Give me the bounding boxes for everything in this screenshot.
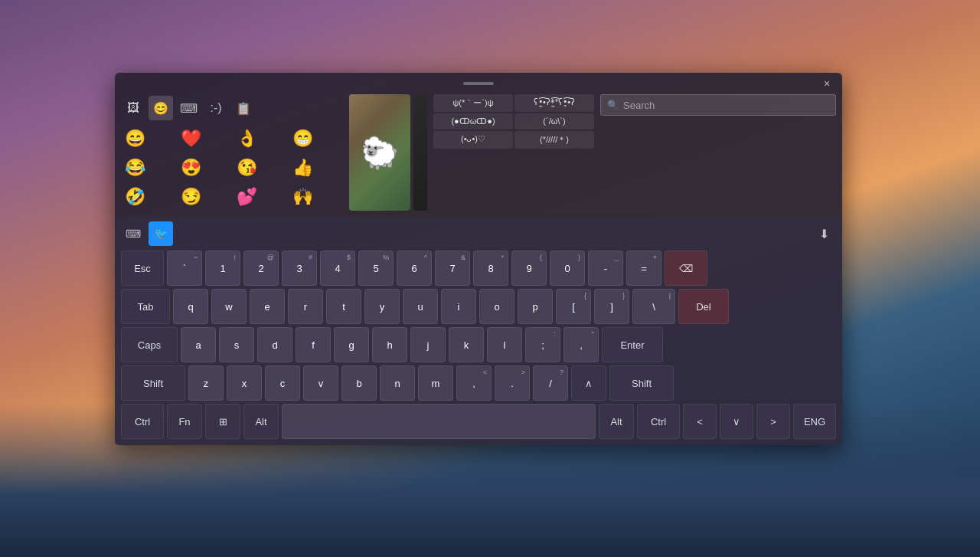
gif-shaun[interactable] [349,94,410,211]
tab-smiley[interactable]: 😊 [149,96,173,120]
key-bracket-open[interactable]: {[ [556,289,591,324]
key-s[interactable]: s [219,327,254,362]
key-comma[interactable]: <, [456,365,492,401]
gif-cat[interactable] [413,94,427,211]
emoji-cell[interactable]: 👍 [289,154,316,182]
key-ctrl-right[interactable]: Ctrl [637,404,680,439]
key-arrow-right[interactable]: > [756,404,790,439]
tab-clipboard[interactable]: 📋 [231,96,256,120]
key-q[interactable]: q [173,289,208,324]
tab-symbols[interactable]: ⌨ [176,96,201,120]
key-backslash[interactable]: |\ [632,289,675,324]
key-1[interactable]: !1 [205,251,240,286]
key-k[interactable]: k [449,327,484,362]
key-t[interactable]: t [326,289,361,324]
emoji-cell[interactable]: 🙌 [289,183,316,211]
emoji-cell[interactable]: 🤣 [121,183,149,211]
tab-recently-used[interactable]: 🖼 [121,96,145,120]
key-d[interactable]: d [257,327,292,362]
key-r[interactable]: r [288,289,323,324]
key-caps[interactable]: Caps [121,327,178,362]
key-y[interactable]: y [364,289,400,324]
key-a[interactable]: a [181,327,216,362]
key-backtick[interactable]: ~` [167,251,202,286]
kaomoji-item[interactable]: (●ↀωↀ●) [433,113,513,129]
key-i[interactable]: i [441,289,476,324]
search-input[interactable] [623,100,829,111]
key-p[interactable]: p [518,289,553,324]
key-backspace[interactable]: ⌫ [665,251,707,286]
kaomoji-item[interactable]: (•ᴗ•)♡ [433,131,513,149]
emoji-cell[interactable]: 😘 [233,154,260,182]
key-f[interactable]: f [296,327,331,362]
key-quote[interactable]: ", [564,327,599,362]
emoji-cell[interactable]: 😁 [289,125,316,152]
key-e[interactable]: e [250,289,285,324]
key-v[interactable]: v [303,365,338,401]
key-space[interactable] [282,404,596,439]
kaomoji-item[interactable]: ʕ•̫͡•ʔ*̫͡*ʕ•͓͡•ʔ [514,94,594,112]
key-n[interactable]: n [380,365,415,401]
key-z[interactable]: z [188,365,224,401]
key-fn[interactable]: Fn [167,404,202,439]
key-x[interactable]: x [227,365,262,401]
emoji-cell[interactable]: ❤️ [177,125,204,152]
key-o[interactable]: o [479,289,514,324]
key-5[interactable]: %5 [358,251,394,286]
kaomoji-item[interactable]: (*/////＊) [514,131,594,149]
keyboard-section: ⌨ 🐦 ⬇ Esc ~` !1 @2 #3 $4 %5 ^6 &7 *8 (9 … [115,217,842,445]
key-shift-right[interactable]: Shift [609,365,674,401]
tab-kaomoji[interactable]: :-) [204,96,228,120]
kaomoji-item[interactable]: (´/ω\`) [514,113,594,129]
key-j[interactable]: j [410,327,446,362]
key-w[interactable]: w [211,289,247,324]
key-arrow-down[interactable]: ∨ [720,404,753,439]
emoji-cell[interactable]: 😄 [121,125,149,152]
close-button[interactable]: × [819,76,835,91]
key-eng[interactable]: ENG [793,404,836,439]
key-esc[interactable]: Esc [121,251,164,286]
key-win[interactable]: ⊞ [205,404,240,439]
key-del[interactable]: Del [678,289,729,324]
emoji-cell[interactable]: 😍 [177,154,204,182]
key-c[interactable]: c [265,365,300,401]
emoji-cell[interactable]: 💕 [233,183,260,211]
key-enter[interactable]: Enter [602,327,663,362]
key-0[interactable]: )0 [550,251,585,286]
key-semicolon[interactable]: :; [525,327,560,362]
key-equals[interactable]: += [626,251,662,286]
key-minus[interactable]: _- [588,251,623,286]
download-button[interactable]: ⬇ [812,221,836,246]
key-b[interactable]: b [341,365,377,401]
key-g[interactable]: g [334,327,369,362]
key-ctrl-left[interactable]: Ctrl [121,404,164,439]
key-8[interactable]: *8 [473,251,508,286]
key-arrow-left[interactable]: < [683,404,717,439]
key-h[interactable]: h [372,327,407,362]
key-shift-left[interactable]: Shift [121,365,185,401]
key-3[interactable]: #3 [282,251,317,286]
emoji-tab-bar: 🖼 😊 ⌨ :-) 📋 [121,94,343,122]
emoji-panel: 🖼 😊 ⌨ :-) 📋 😄 ❤️ 👌 😁 😂 😍 😘 👍 🤣 😏 💕 🙌 [121,94,343,211]
key-slash[interactable]: ?/ [533,365,568,401]
emoji-cell[interactable]: 😂 [121,154,149,182]
key-m[interactable]: m [418,365,453,401]
key-6[interactable]: ^6 [397,251,432,286]
key-tab[interactable]: Tab [121,289,170,324]
key-4[interactable]: $4 [320,251,355,286]
emoji-cell[interactable]: 👌 [233,125,260,152]
key-7[interactable]: &7 [435,251,470,286]
key-l[interactable]: l [487,327,522,362]
keyboard-layout-button[interactable]: ⌨ [121,221,145,246]
key-period[interactable]: >. [495,365,530,401]
key-bracket-close[interactable]: }] [594,289,629,324]
key-alt-right[interactable]: Alt [599,404,634,439]
key-9[interactable]: (9 [511,251,547,286]
key-alt-left[interactable]: Alt [243,404,279,439]
key-2[interactable]: @2 [243,251,279,286]
key-caret[interactable]: ∧ [571,365,606,401]
key-u[interactable]: u [403,289,438,324]
emoji-cell[interactable]: 😏 [177,183,204,211]
kaomoji-item[interactable]: ψ(*｀ー´)ψ [433,94,513,112]
twitter-keyboard-button[interactable]: 🐦 [149,221,173,246]
